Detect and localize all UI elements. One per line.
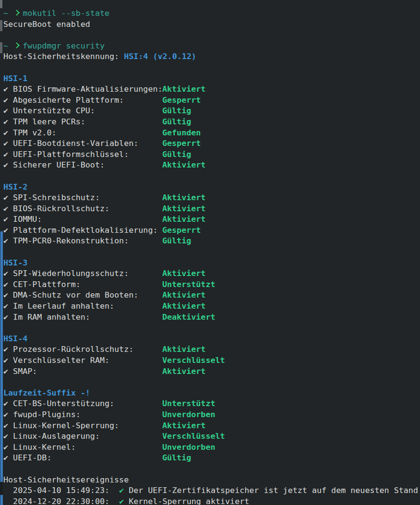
check-icon: ✔	[3, 398, 13, 409]
security-row: ✔Sicherer UEFI-Boot:Aktiviert	[3, 159, 420, 170]
row-value: Gültig	[162, 106, 191, 115]
prompt-cwd: ~	[3, 40, 13, 51]
row-value: Aktiviert	[162, 366, 205, 376]
section-header: Laufzeit-Suffix -!	[3, 387, 420, 398]
section-header: HSI-4	[3, 333, 420, 344]
row-label: Verschlüsselter RAM:	[13, 355, 162, 366]
command-output: SecureBoot enabled	[3, 19, 420, 30]
security-row: ✔UEFI-Plattformschlüssel:Gültig	[3, 149, 420, 160]
security-row: ✔DMA-Schutz vor dem Booten:Aktiviert	[3, 289, 420, 301]
event-row: 2025-04-10 15:49:23:✔Der UEFI-Zertifikat…	[3, 485, 420, 496]
check-icon: ✔	[3, 192, 13, 203]
row-label: Linux-Kernel:	[13, 442, 162, 453]
row-value: Gefunden	[162, 128, 201, 137]
check-icon: ✔	[3, 431, 13, 442]
row-label: Plattform-Defektlokalisierung:	[13, 225, 162, 236]
scrollbar-gap	[0, 482, 3, 495]
row-value: Aktiviert	[162, 84, 205, 94]
row-value: Unterstützt	[162, 279, 216, 289]
hsi-summary-label: Host-Sicherheitskennung:	[3, 51, 119, 61]
check-icon: ✔	[3, 420, 13, 431]
security-row: ✔Abgesicherte Plattform:Gesperrt	[3, 95, 420, 106]
scrollbar-thumb-bottom[interactable]	[0, 495, 3, 505]
check-icon: ✔	[3, 214, 13, 225]
check-icon: ✔	[3, 159, 13, 170]
check-icon: ✔	[3, 127, 13, 138]
row-value: Deaktiviert	[162, 312, 216, 322]
row-value: Verschlüsselt	[162, 355, 225, 365]
row-label: Prozessor-Rückrollschutz:	[13, 344, 162, 355]
check-icon: ✔	[3, 289, 13, 301]
security-row: ✔Linux-Auslagerung:Verschlüsselt	[3, 431, 420, 442]
row-value: Gesperrt	[162, 95, 201, 105]
check-icon: ✔	[3, 268, 13, 279]
security-row: ✔BIOS Firmware-Aktualisierungen:Aktivier…	[3, 84, 420, 95]
row-value: Gültig	[162, 149, 191, 159]
security-sections: HSI-1✔BIOS Firmware-Aktualisierungen:Akt…	[3, 62, 420, 463]
check-icon: ✔	[3, 235, 13, 246]
row-label: Im RAM anhalten:	[13, 312, 162, 323]
security-events: 2025-04-10 15:49:23:✔Der UEFI-Zertifikat…	[3, 485, 420, 505]
row-label: UEFI-Bootdienst-Variablen:	[13, 138, 162, 149]
row-value: Gültig	[162, 453, 191, 462]
row-label: BIOS Firmware-Aktualisierungen:	[13, 84, 162, 95]
row-value: Gesperrt	[162, 138, 201, 148]
check-icon: ✔	[3, 355, 13, 366]
security-row: ✔Linux-Kernel:Unverdorben	[3, 442, 420, 453]
scrollbar-thumb[interactable]	[0, 231, 3, 482]
row-value: Aktiviert	[162, 204, 205, 213]
row-label: SPI-Schreibschutz:	[13, 192, 162, 203]
security-row: ✔UEFI-DB:Gültig	[3, 452, 420, 463]
blank-line	[3, 322, 420, 333]
event-timestamp: 2024-12-20 22:30:00:	[13, 496, 109, 505]
row-label: TPM leere PCRs:	[13, 116, 162, 127]
check-icon: ✔	[3, 105, 13, 116]
blank-line	[3, 170, 420, 181]
row-value: Unverdorben	[162, 409, 216, 419]
row-label: BIOS-Rückrollschutz:	[13, 203, 162, 214]
row-label: UEFI-Plattformschlüssel:	[13, 149, 162, 160]
row-value: Aktiviert	[162, 344, 205, 354]
security-row: ✔UEFI-Bootdienst-Variablen:Gesperrt	[3, 138, 420, 149]
row-label: Sicherer UEFI-Boot:	[13, 159, 162, 170]
row-value: Aktiviert	[162, 214, 205, 224]
row-label: CET-Plattform:	[13, 279, 162, 290]
row-label: Unterstützte CPU:	[13, 105, 162, 116]
check-icon: ✔	[119, 496, 125, 505]
row-label: DMA-Schutz vor dem Booten:	[13, 289, 162, 301]
check-icon: ✔	[3, 138, 13, 149]
security-row: ✔TPM v2.0:Gefunden	[3, 127, 420, 138]
security-row: ✔fwupd-Plugins:Unverdorben	[3, 409, 420, 420]
row-label: CET-BS-Unterstützung:	[13, 398, 162, 409]
terminal-screen[interactable]: ~mokutil --sb-state SecureBoot enabled ~…	[0, 0, 420, 505]
security-row: ✔SPI-Wiederholungsschutz:Aktiviert	[3, 268, 420, 279]
row-value: Aktiviert	[162, 160, 205, 169]
events-title: Host-Sicherheitsereignisse	[3, 474, 420, 485]
row-value: Unterstützt	[162, 398, 216, 408]
command-text: mokutil --sb-state	[23, 8, 109, 18]
security-row: ✔SPI-Schreibschutz:Aktiviert	[3, 192, 420, 203]
security-row: ✔Verschlüsselter RAM:Verschlüsselt	[3, 355, 420, 366]
prompt-cwd: ~	[3, 8, 13, 19]
security-row: ✔TPM-PCR0-Rekonstruktion:Gültig	[3, 235, 420, 246]
row-value: Aktiviert	[162, 301, 205, 311]
row-value: Verschlüsselt	[162, 431, 225, 441]
security-row: ✔Unterstützte CPU:Gültig	[3, 105, 420, 116]
blank-line	[3, 62, 420, 73]
row-label: Abgesicherte Plattform:	[13, 95, 162, 106]
row-value: Aktiviert	[162, 421, 205, 430]
row-value: Unverdorben	[162, 442, 216, 452]
row-label: TPM-PCR0-Rekonstruktion:	[13, 235, 162, 246]
check-icon: ✔	[3, 409, 13, 420]
check-icon: ✔	[3, 149, 13, 160]
security-row: ✔Prozessor-Rückrollschutz:Aktiviert	[3, 344, 420, 355]
command-text: fwupdmgr security	[23, 41, 105, 50]
command-line-2: ~fwupdmgr security	[3, 40, 420, 51]
row-label: UEFI-DB:	[13, 452, 162, 463]
row-label: Linux-Auslagerung:	[13, 431, 162, 442]
blank-line	[3, 463, 420, 474]
check-icon: ✔	[3, 116, 13, 127]
row-value: Gültig	[162, 117, 191, 126]
section-header: HSI-1	[3, 73, 420, 84]
security-row: ✔Im Leerlauf anhalten:Aktiviert	[3, 301, 420, 312]
